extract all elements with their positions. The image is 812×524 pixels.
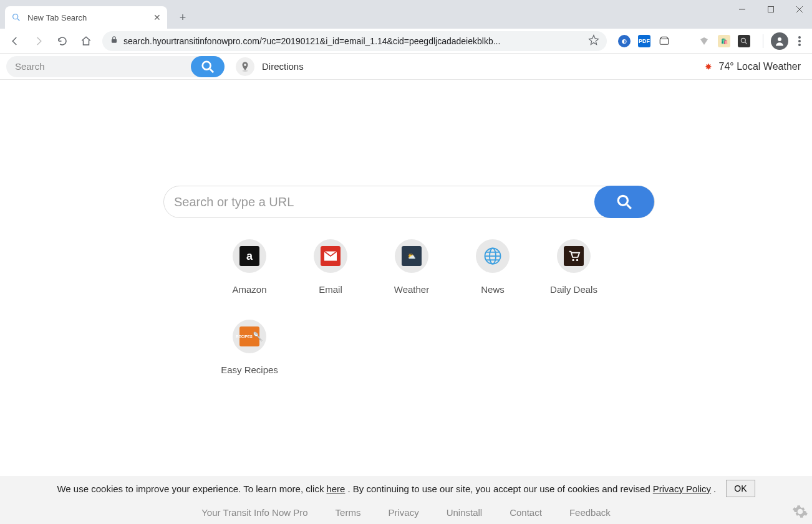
home-button[interactable] — [76, 31, 96, 51]
browser-tab[interactable]: New Tab Search ✕ — [5, 6, 167, 29]
back-button[interactable] — [5, 31, 25, 51]
browser-toolbar: ◐ PDF 🛍️ — [0, 29, 812, 54]
main-search-input[interactable] — [174, 195, 594, 209]
svg-line-15 — [210, 69, 214, 72]
chrome-menu-button[interactable] — [792, 31, 807, 51]
window-close-button[interactable] — [792, 2, 807, 17]
tile-label: News — [481, 284, 505, 295]
minimize-button[interactable] — [735, 2, 750, 17]
window-controls — [735, 0, 807, 19]
svg-line-9 — [745, 42, 747, 44]
svg-point-14 — [203, 61, 211, 69]
maximize-button[interactable] — [763, 2, 778, 17]
svg-point-13 — [798, 44, 801, 46]
map-pin-icon — [236, 57, 254, 76]
extension-icon-bag[interactable]: 🛍️ — [718, 35, 730, 47]
svg-point-27 — [576, 259, 578, 261]
tile-weather[interactable]: ⛅ Weather — [371, 239, 452, 295]
recipes-icon: RECIPES🥄 — [239, 326, 259, 346]
footer-link-privacy[interactable]: Privacy — [388, 507, 418, 518]
directions-button[interactable]: Directions — [236, 57, 304, 76]
cookie-here-link[interactable]: here — [326, 484, 345, 494]
cookie-text-mid: . By continuing to use our site, you acc… — [347, 484, 650, 494]
cookie-text-post: . — [713, 484, 716, 494]
svg-point-17 — [243, 70, 248, 71]
footer-link-uninstall[interactable]: Uninstall — [447, 507, 483, 518]
tile-easy-recipes[interactable]: RECIPES🥄 Easy Recipes — [209, 320, 290, 375]
svg-line-19 — [627, 204, 631, 209]
weather-button[interactable]: ✸ 74° Local Weather — [705, 61, 806, 72]
directions-label: Directions — [262, 61, 304, 72]
cookie-banner: We use cookies to improve your experienc… — [0, 476, 812, 501]
tile-label: Weather — [394, 284, 429, 295]
toolbar-search-button[interactable] — [191, 56, 225, 77]
tile-label: Daily Deals — [550, 284, 597, 295]
svg-point-10 — [778, 37, 781, 41]
tile-label: Easy Recipes — [221, 364, 278, 375]
new-tab-button[interactable]: + — [173, 8, 192, 27]
svg-point-12 — [798, 40, 801, 42]
address-bar[interactable] — [102, 31, 607, 51]
extension-icons: ◐ PDF 🛍️ — [618, 35, 750, 47]
cart-icon — [564, 246, 584, 266]
main-search-button[interactable] — [594, 186, 654, 218]
tile-news[interactable]: News — [452, 239, 533, 295]
svg-rect-3 — [768, 7, 774, 12]
privacy-policy-link[interactable]: Privacy Policy — [653, 484, 711, 494]
svg-point-0 — [13, 14, 18, 19]
tile-label: Amazon — [232, 284, 266, 295]
extension-icon-wallet[interactable] — [658, 35, 670, 47]
forward-button[interactable] — [29, 31, 49, 51]
footer-link-contact[interactable]: Contact — [510, 507, 542, 518]
extension-icon-diamond[interactable] — [698, 35, 710, 47]
reload-button[interactable] — [52, 31, 72, 51]
bookmark-star-icon[interactable] — [588, 34, 599, 48]
weather-text: 74° Local Weather — [718, 61, 801, 72]
extension-icon-magnify[interactable] — [738, 35, 750, 47]
tile-email[interactable]: Email — [290, 239, 371, 295]
svg-line-1 — [17, 19, 19, 21]
cookie-text-pre: We use cookies to improve your experienc… — [57, 484, 324, 494]
lock-icon — [110, 36, 118, 47]
url-input[interactable] — [123, 36, 583, 46]
svg-point-8 — [741, 38, 745, 42]
extension-icon-blue-circle[interactable]: ◐ — [618, 35, 631, 47]
footer-link-feedback[interactable]: Feedback — [569, 507, 611, 518]
svg-point-26 — [572, 259, 574, 261]
tab-title: New Tab Search — [27, 13, 147, 22]
svg-rect-7 — [660, 39, 669, 44]
news-globe-icon — [483, 246, 503, 266]
svg-point-11 — [798, 36, 801, 39]
tile-daily-deals[interactable]: Daily Deals — [533, 239, 614, 295]
amazon-icon: a — [239, 246, 259, 266]
weather-icon: ⛅ — [402, 246, 422, 266]
search-icon — [201, 60, 215, 74]
profile-avatar[interactable] — [771, 32, 788, 50]
email-icon — [321, 246, 341, 266]
toolbar-search-field[interactable] — [6, 56, 225, 77]
svg-rect-6 — [112, 39, 117, 42]
footer-link-terms[interactable]: Terms — [336, 507, 361, 518]
separator — [763, 34, 763, 48]
svg-point-16 — [244, 64, 246, 66]
tile-amazon[interactable]: a Amazon — [209, 239, 290, 295]
main-content: a Amazon Email ⛅ Weather News Daily Deal… — [0, 80, 812, 475]
tab-search-icon — [11, 12, 21, 22]
footer-link-product[interactable]: Your Transit Info Now Pro — [201, 507, 307, 518]
settings-gear-button[interactable] — [792, 503, 808, 522]
toolbar-search-input[interactable] — [15, 61, 191, 72]
shortcut-tiles: a Amazon Email ⛅ Weather News Daily Deal… — [209, 239, 621, 400]
main-search-field[interactable] — [163, 186, 655, 218]
extension-icon-pdf[interactable]: PDF — [638, 35, 650, 47]
gear-icon — [792, 503, 808, 520]
tile-label: Email — [319, 284, 342, 295]
search-icon — [616, 194, 632, 210]
tab-close-button[interactable]: ✕ — [153, 12, 161, 22]
sun-icon: ✸ — [705, 62, 712, 72]
svg-point-18 — [618, 196, 627, 205]
page-toolbar: Directions ✸ 74° Local Weather — [0, 54, 812, 80]
browser-tabstrip: New Tab Search ✕ + — [0, 0, 812, 29]
cookie-ok-button[interactable]: OK — [726, 480, 755, 497]
page-footer: Your Transit Info Now Pro Terms Privacy … — [0, 501, 812, 524]
